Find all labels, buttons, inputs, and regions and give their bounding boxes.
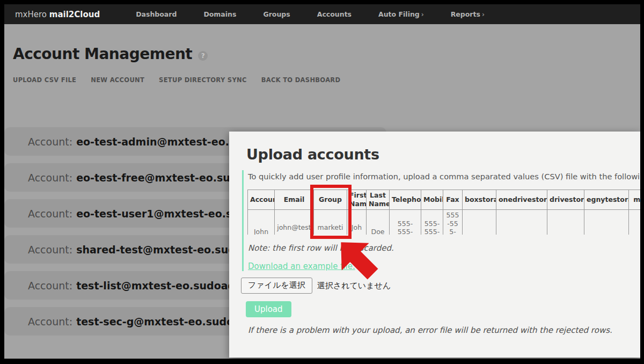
highlight-box-group-column bbox=[310, 185, 352, 239]
nav-item-groups[interactable]: Groups bbox=[250, 10, 303, 18]
cell bbox=[463, 210, 496, 235]
csv-format-table-wrap: Account Email Group First Name Last Name… bbox=[247, 190, 640, 235]
modal-title: Upload accounts bbox=[246, 146, 379, 163]
col-header: Telephone bbox=[390, 190, 421, 210]
cell bbox=[584, 210, 629, 235]
csv-format-table: Account Email Group First Name Last Name… bbox=[247, 190, 640, 235]
help-icon[interactable]: ? bbox=[198, 51, 208, 61]
upload-csv-file-link[interactable]: UPLOAD CSV FILE bbox=[13, 76, 76, 84]
col-header: Mobile bbox=[421, 190, 443, 210]
col-header: Last Name bbox=[367, 190, 390, 210]
account-label: Account: bbox=[28, 172, 72, 184]
account-label: Account: bbox=[28, 244, 72, 256]
accent-bar bbox=[242, 170, 244, 271]
nav-item-domains[interactable]: Domains bbox=[190, 10, 250, 18]
table-header-row: Account Email Group First Name Last Name… bbox=[248, 190, 641, 210]
new-account-link[interactable]: NEW ACCOUNT bbox=[91, 76, 144, 84]
cell: 555-555-5555 bbox=[390, 210, 421, 235]
modal-footnote: If there is a problem with your upload, … bbox=[248, 325, 612, 335]
col-header: egnytestorage bbox=[584, 190, 629, 210]
brand-logo[interactable]: mxHero mail2Cloud bbox=[15, 10, 100, 19]
col-header: mxher bbox=[629, 190, 641, 210]
cell: John bbox=[248, 210, 275, 235]
nav-item-reports[interactable]: Reports› bbox=[437, 10, 498, 18]
upload-button[interactable]: Upload bbox=[246, 301, 291, 317]
back-to-dashboard-link[interactable]: BACK TO DASHBOARD bbox=[261, 76, 341, 84]
page-actions: UPLOAD CSV FILE NEW ACCOUNT SETUP DIRECT… bbox=[13, 76, 355, 84]
chevron-right-icon: › bbox=[421, 11, 424, 18]
nav-item-auto-filing[interactable]: Auto Filing› bbox=[365, 10, 437, 18]
col-header: drivestorage bbox=[547, 190, 584, 210]
brand-bold: mail2Cloud bbox=[49, 10, 100, 19]
chevron-right-icon: › bbox=[482, 11, 485, 18]
table-row: John john@test.com marketing John Doe 55… bbox=[248, 210, 641, 235]
col-header: boxstorage bbox=[463, 190, 496, 210]
cell: john@test.com bbox=[275, 210, 314, 235]
cell: 555-555-5555 bbox=[421, 210, 443, 235]
setup-directory-sync-link[interactable]: SETUP DIRECTORY SYNC bbox=[159, 76, 247, 84]
account-label: Account: bbox=[28, 136, 72, 148]
cell: 555-555-5555 bbox=[443, 210, 463, 235]
col-header: Fax bbox=[443, 190, 463, 210]
col-header: Email bbox=[275, 190, 314, 210]
cell bbox=[629, 210, 641, 235]
nav-item-accounts[interactable]: Accounts bbox=[304, 10, 365, 18]
cell: Doe bbox=[367, 210, 390, 235]
col-header: Account bbox=[248, 190, 275, 210]
nav-item-dashboard[interactable]: Dashboard bbox=[122, 10, 190, 18]
account-label: Account: bbox=[28, 280, 72, 292]
brand-light: mxHero bbox=[15, 10, 47, 19]
top-nav: mxHero mail2Cloud Dashboard Domains Grou… bbox=[4, 4, 640, 24]
file-input: ファイルを選択 選択されていません bbox=[241, 278, 391, 294]
app-window: mxHero mail2Cloud Dashboard Domains Grou… bbox=[4, 4, 640, 359]
page-title: Account Management bbox=[13, 45, 192, 63]
col-header: onedrivestorage bbox=[496, 190, 547, 210]
upload-accounts-modal: Upload accounts To quickly add user prof… bbox=[229, 132, 640, 358]
account-label: Account: bbox=[28, 316, 72, 327]
cell bbox=[496, 210, 547, 235]
account-label: Account: bbox=[28, 208, 72, 220]
modal-intro-text: To quickly add user profile information,… bbox=[248, 172, 640, 181]
choose-file-button[interactable]: ファイルを選択 bbox=[241, 278, 312, 294]
nav-items: Dashboard Domains Groups Accounts Auto F… bbox=[122, 10, 498, 18]
cell bbox=[547, 210, 584, 235]
